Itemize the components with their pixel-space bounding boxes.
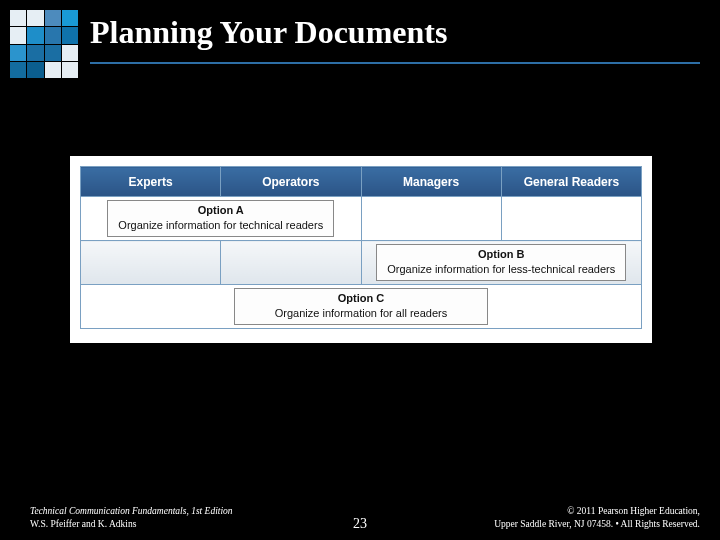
- empty-cell: [221, 241, 361, 285]
- option-b-label: Option B: [387, 248, 615, 261]
- option-b-desc: Organize information for less-technical …: [387, 263, 615, 275]
- page-title: Planning Your Documents: [90, 14, 447, 51]
- col-general-readers: General Readers: [501, 167, 641, 197]
- title-underline: [90, 62, 700, 64]
- option-a-desc: Organize information for technical reade…: [118, 219, 323, 231]
- col-operators: Operators: [221, 167, 361, 197]
- option-a-label: Option A: [118, 204, 323, 217]
- footer-copyright: © 2011 Pearson Higher Education,: [494, 505, 700, 517]
- row-option-c: Option C Organize information for all re…: [81, 285, 642, 329]
- empty-cell: [361, 197, 501, 241]
- cell-option-b: Option B Organize information for less-t…: [361, 241, 642, 285]
- cell-option-c: Option C Organize information for all re…: [81, 285, 642, 329]
- footer-left: Technical Communication Fundamentals, 1s…: [30, 505, 233, 530]
- footer-rights: Upper Saddle River, NJ 07458. • All Righ…: [494, 518, 700, 530]
- option-c-desc: Organize information for all readers: [275, 307, 447, 319]
- options-figure: Experts Operators Managers General Reade…: [70, 156, 652, 343]
- option-b-box: Option B Organize information for less-t…: [376, 244, 626, 280]
- page-number: 23: [353, 516, 367, 532]
- empty-cell: [501, 197, 641, 241]
- row-option-a: Option A Organize information for techni…: [81, 197, 642, 241]
- col-experts: Experts: [81, 167, 221, 197]
- reader-options-table: Experts Operators Managers General Reade…: [80, 166, 642, 329]
- col-managers: Managers: [361, 167, 501, 197]
- footer-authors: W.S. Pfeiffer and K. Adkins: [30, 518, 233, 530]
- decorative-squares: [0, 0, 88, 88]
- cell-option-a: Option A Organize information for techni…: [81, 197, 362, 241]
- option-c-label: Option C: [275, 292, 447, 305]
- row-option-b: Option B Organize information for less-t…: [81, 241, 642, 285]
- option-c-box: Option C Organize information for all re…: [234, 288, 488, 324]
- option-a-box: Option A Organize information for techni…: [107, 200, 334, 236]
- slide: Planning Your Documents Experts Operator…: [0, 0, 720, 540]
- footer-book-title: Technical Communication Fundamentals, 1s…: [30, 505, 233, 517]
- footer-right: © 2011 Pearson Higher Education, Upper S…: [494, 505, 700, 530]
- table-header-row: Experts Operators Managers General Reade…: [81, 167, 642, 197]
- empty-cell: [81, 241, 221, 285]
